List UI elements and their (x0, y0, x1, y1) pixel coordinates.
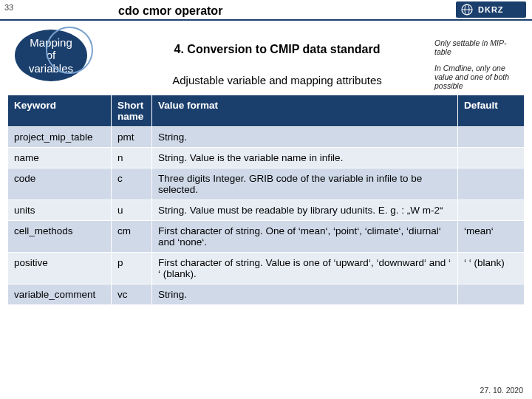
table-row: units u String. Value must be readable b… (8, 200, 525, 221)
cell-short: u (112, 200, 152, 221)
cell-short: c (112, 168, 152, 200)
section-subheading: Adjustable variable and mapping attribut… (122, 74, 432, 86)
cell-short: pmt (112, 127, 152, 148)
globe-icon (460, 3, 474, 16)
badge-ring (46, 27, 93, 74)
th-default: Default (458, 95, 525, 127)
attributes-table: Keyword Short name Value format Default … (7, 95, 525, 305)
section-heading: 4. Conversion to CMIP data standard (129, 43, 425, 56)
cell-short: vc (112, 284, 152, 305)
th-keyword: Keyword (8, 95, 112, 127)
cell-default: ‘ ‘ (blank) (458, 253, 525, 284)
cell-short: p (112, 253, 152, 284)
mapping-badge: Mapping of variables (15, 30, 87, 81)
cell-value: First character of string. One of ‘mean‘… (152, 221, 458, 253)
table-row: variable_comment vc String. (8, 284, 525, 305)
cell-keyword: cell_methods (8, 221, 112, 253)
cell-keyword: code (8, 168, 112, 200)
cell-short: n (112, 148, 152, 168)
cell-default (458, 148, 525, 168)
cell-default (458, 284, 525, 305)
footer-date: 27. 10. 2020 (480, 386, 523, 395)
cell-keyword: units (8, 200, 112, 221)
cell-keyword: variable_comment (8, 284, 112, 305)
title-underline (0, 19, 532, 21)
cell-value: String. Value must be readable by librar… (152, 200, 458, 221)
page-number: 33 (4, 3, 13, 12)
slide-title: cdo cmor operator (118, 4, 222, 18)
cell-value: String. (152, 127, 458, 148)
note-cmdline: In Cmdline, only one value and one of bo… (434, 64, 523, 90)
cell-value: String. Value is the variable name in in… (152, 148, 458, 168)
cell-keyword: project_mip_table (8, 127, 112, 148)
cell-value: First character of string. Value is one … (152, 253, 458, 284)
th-value: Value format (152, 95, 458, 127)
table-row: positive p First character of string. Va… (8, 253, 525, 284)
logo-text: DKRZ (478, 5, 504, 14)
cell-default (458, 127, 525, 148)
dkrz-logo: DKRZ (456, 1, 526, 18)
table-header-row: Keyword Short name Value format Default (8, 95, 525, 127)
table-row: name n String. Value is the variable nam… (8, 148, 525, 168)
cell-value: String. (152, 284, 458, 305)
slide: 33 cdo cmor operator DKRZ Mapping of var… (0, 0, 532, 399)
note-mip-table: Only settable in MIP-table (434, 38, 523, 56)
cell-default: ‘mean‘ (458, 221, 525, 253)
cell-keyword: name (8, 148, 112, 168)
cell-short: cm (112, 221, 152, 253)
cell-default (458, 200, 525, 221)
cell-default (458, 168, 525, 200)
table-row: cell_methods cm First character of strin… (8, 221, 525, 253)
table-row: code c Three digits Integer. GRIB code o… (8, 168, 525, 200)
cell-keyword: positive (8, 253, 112, 284)
cell-value: Three digits Integer. GRIB code of the v… (152, 168, 458, 200)
th-short: Short name (112, 95, 152, 127)
table-row: project_mip_table pmt String. (8, 127, 525, 148)
